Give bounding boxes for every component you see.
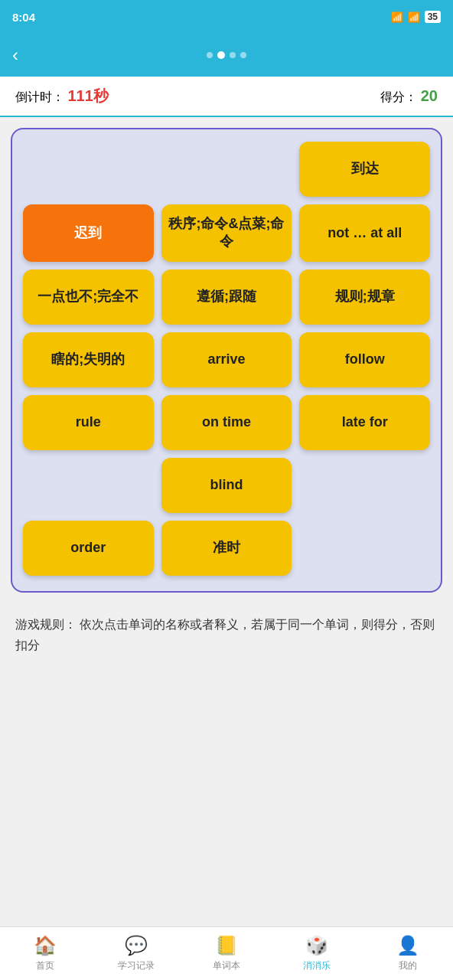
rules-title: 游戏规则： — [15, 618, 77, 631]
nav-item-vocab[interactable]: 📒单词本 — [181, 927, 272, 980]
timer-value: 111秒 — [67, 87, 108, 104]
home-icon: 🏠 — [34, 935, 57, 956]
nav-dot-1 — [207, 52, 213, 58]
game-label: 消消乐 — [303, 959, 331, 972]
tile-t16 — [23, 458, 154, 513]
game-area: 到达迟到秩序;命令&点菜;命令not … at all一点也不;完全不遵循;跟随… — [11, 128, 442, 593]
back-button[interactable]: ‹ — [12, 44, 18, 66]
tile-t12[interactable]: follow — [299, 332, 430, 387]
game-icon: 🎲 — [305, 935, 328, 956]
tile-t6[interactable]: not … at all — [299, 204, 430, 262]
nav-dot-4 — [240, 52, 246, 58]
signal-icon: 📶 — [408, 11, 420, 23]
status-time: 8:04 — [12, 11, 35, 24]
score-label: 得分： — [380, 90, 417, 103]
tile-grid: 到达迟到秩序;命令&点菜;命令not … at all一点也不;完全不遵循;跟随… — [23, 142, 430, 576]
home-label: 首页 — [36, 959, 54, 972]
tile-t5[interactable]: 秩序;命令&点菜;命令 — [161, 204, 292, 262]
nav-bar: ‹ — [0, 34, 453, 77]
nav-item-home[interactable]: 🏠首页 — [0, 927, 90, 980]
profile-label: 我的 — [399, 959, 417, 972]
timer-section: 倒计时： 111秒 — [15, 86, 109, 106]
nav-item-profile[interactable]: 👤我的 — [363, 927, 453, 980]
tile-t4[interactable]: 迟到 — [23, 204, 154, 262]
rules-section: 游戏规则： 依次点击单词的名称或者释义，若属于同一个单词，则得分，否则扣分 — [0, 603, 453, 671]
tile-t20[interactable]: 准时 — [161, 521, 292, 576]
status-right: 📶 📶 35 — [391, 11, 441, 23]
tile-t3[interactable]: 到达 — [299, 142, 430, 197]
tile-t10[interactable]: 瞎的;失明的 — [23, 332, 154, 387]
nav-progress — [207, 51, 246, 59]
score-bar: 倒计时： 111秒 得分： 20 — [0, 77, 453, 117]
history-icon: 💬 — [125, 935, 148, 956]
tile-t11[interactable]: arrive — [161, 332, 292, 387]
vocab-icon: 📒 — [215, 935, 238, 956]
nav-item-history[interactable]: 💬学习记录 — [90, 927, 181, 980]
tile-t19[interactable]: order — [23, 521, 154, 576]
profile-icon: 👤 — [396, 935, 419, 956]
rules-body: 依次点击单词的名称或者释义，若属于同一个单词，则得分，否则扣分 — [15, 618, 435, 652]
score-value: 20 — [421, 87, 438, 104]
score-section: 得分： 20 — [380, 87, 438, 106]
tile-t9[interactable]: 规则;规章 — [299, 270, 430, 325]
status-bar: 8:04 📶 📶 35 — [0, 0, 453, 34]
tile-t21 — [299, 521, 430, 576]
wifi-icon: 📶 — [391, 11, 403, 23]
tile-t1 — [23, 142, 154, 197]
tile-t15[interactable]: late for — [299, 395, 430, 450]
tile-t18 — [299, 458, 430, 513]
timer-label: 倒计时： — [15, 90, 64, 103]
tile-t7[interactable]: 一点也不;完全不 — [23, 270, 154, 325]
tile-t13[interactable]: rule — [23, 395, 154, 450]
bottom-nav: 🏠首页💬学习记录📒单词本🎲消消乐👤我的 — [0, 926, 453, 980]
tile-t2 — [161, 142, 292, 197]
nav-dot-3 — [230, 52, 236, 58]
tile-t8[interactable]: 遵循;跟随 — [161, 270, 292, 325]
history-label: 学习记录 — [118, 959, 155, 972]
nav-item-game[interactable]: 🎲消消乐 — [272, 927, 362, 980]
tile-t14[interactable]: on time — [161, 395, 292, 450]
vocab-label: 单词本 — [213, 959, 240, 972]
nav-dot-2 — [217, 51, 225, 59]
tile-t17[interactable]: blind — [161, 458, 292, 513]
battery-indicator: 35 — [425, 11, 441, 23]
